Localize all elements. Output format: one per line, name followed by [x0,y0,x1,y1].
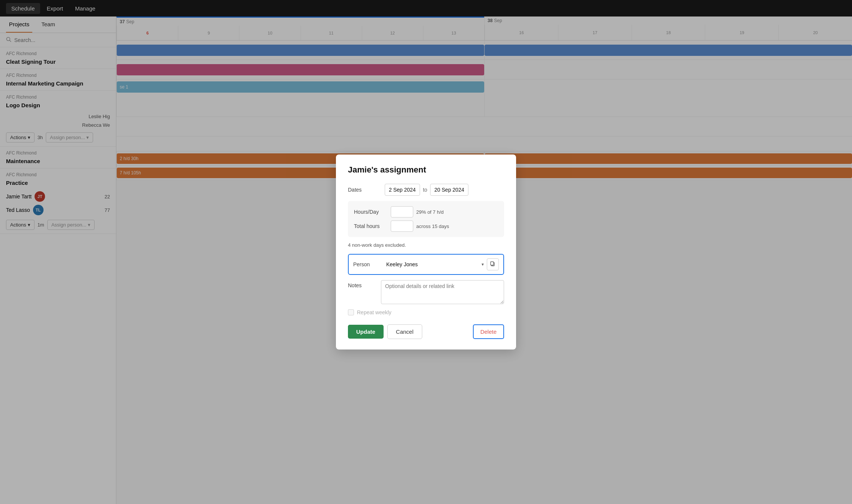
repeat-weekly-row: Repeat weekly [348,309,504,315]
date-from-input[interactable]: 2 Sep 2024 [385,184,420,196]
total-hours-row: Total hours 30 across 15 days [354,220,498,232]
modal-overlay[interactable]: Jamie's assignment Dates 2 Sep 2024 to 2… [0,0,852,504]
total-hours-input[interactable]: 30 [391,220,413,232]
copy-icon [490,261,495,268]
repeat-weekly-label: Repeat weekly [357,309,391,315]
date-to-input[interactable]: 20 Sep 2024 [430,184,468,196]
total-hours-info: across 15 days [416,224,449,229]
notes-form-row: Notes [348,280,504,304]
hours-per-day-row: Hours/Day 2 29% of 7 h/d [354,206,498,218]
assignment-modal: Jamie's assignment Dates 2 Sep 2024 to 2… [336,154,516,350]
copy-assignment-button[interactable] [487,258,499,270]
non-work-note: 4 non-work days excluded. [348,242,504,248]
delete-button[interactable]: Delete [473,324,504,339]
dates-form-row: Dates 2 Sep 2024 to 20 Sep 2024 [348,184,504,196]
notes-textarea[interactable] [381,280,504,304]
hours-per-day-label: Hours/Day [354,209,388,215]
update-button[interactable]: Update [348,325,384,339]
date-separator: to [423,187,428,193]
hours-box: Hours/Day 2 29% of 7 h/d Total hours 30 … [348,201,504,237]
total-hours-label: Total hours [354,223,388,229]
person-select-wrapper: Keeley Jones ▾ [386,261,484,267]
cancel-button[interactable]: Cancel [387,324,422,339]
modal-action-buttons: Update Cancel Delete [348,324,504,339]
chevron-down-icon-person: ▾ [482,262,484,267]
modal-title: Jamie's assignment [348,165,504,175]
person-select-row: Person Keeley Jones ▾ [348,254,504,275]
person-select-label: Person [353,261,383,267]
dates-label: Dates [348,187,382,193]
person-select-dropdown[interactable]: Keeley Jones [386,261,482,267]
svg-rect-3 [491,262,494,265]
repeat-weekly-checkbox[interactable] [348,309,354,315]
hours-per-day-info: 29% of 7 h/d [416,209,444,215]
notes-label: Notes [348,280,378,288]
hours-per-day-input[interactable]: 2 [391,206,413,218]
